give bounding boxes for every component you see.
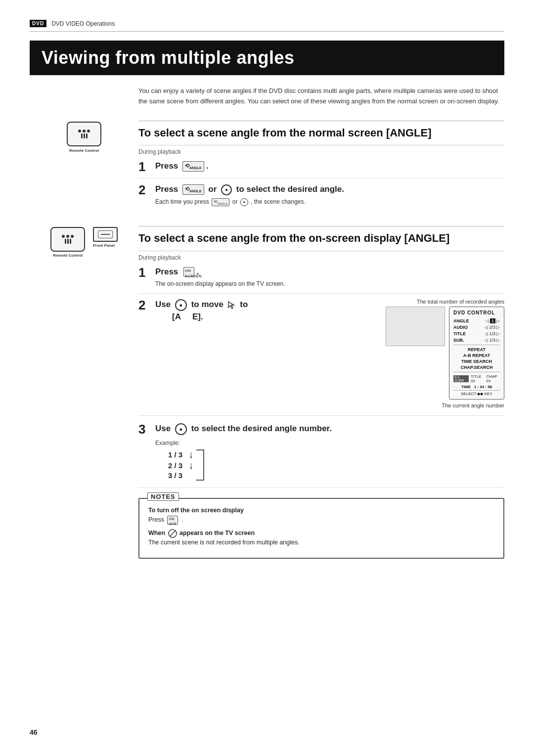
dvd-action-repeat: REPEAT xyxy=(453,347,500,352)
note-item-2: When appears on the TV screen The curren… xyxy=(148,529,494,547)
main-title: Viewing from multiple angles xyxy=(42,47,492,68)
angle-value-3: 3 / 3 xyxy=(168,471,182,480)
angle-right-arrow: ▷ xyxy=(496,318,500,323)
title-right-arrow: ▷ xyxy=(496,331,500,336)
dvd-badge: DVD xyxy=(30,20,46,27)
top-bar: DVD DVD VIDEO Operations xyxy=(30,20,504,32)
section-1-content: To select a scene angle from the normal … xyxy=(138,121,504,216)
angle-value-1: 1 / 3 xyxy=(168,450,182,459)
dvd-arrows-audio: ◁ 2/3 ▷ xyxy=(485,325,500,330)
section-2-step-2-left: 2 Use ● to move to [A xyxy=(138,299,376,325)
step-1-text: Press xyxy=(155,161,178,171)
audio-right-arrow: ▷ xyxy=(496,325,500,330)
angle-left-arrow: ◁ xyxy=(486,318,489,323)
note-1-press: Press xyxy=(148,516,166,523)
step-2-press: Press xyxy=(155,184,178,194)
icons-row: Remote Control Front Panel xyxy=(50,227,118,258)
front-panel-label: Front Panel xyxy=(93,243,115,248)
section-2-icons: Remote Control Front Panel xyxy=(30,226,138,559)
audio-value: 2/3 xyxy=(489,325,495,330)
section-2-step-2-to-move: to move xyxy=(191,300,223,309)
dvd-action-chap-search: CHAP.SEARCH xyxy=(453,365,500,370)
dvd-bottom-time: TIME 1 : 34 : 58 xyxy=(453,385,500,389)
step-2-or: or xyxy=(208,184,217,194)
remote-dot-6 xyxy=(71,235,74,238)
diagram-caption-top: The total number of recorded angles xyxy=(386,299,504,305)
remote-line-5 xyxy=(67,239,69,244)
step-1-content: Press ⟲ANGLE . xyxy=(155,160,504,172)
section-2-content: To select a scene angle from the on-scre… xyxy=(138,226,504,559)
title-left-arrow: ◁ xyxy=(485,331,488,336)
dvd-control-panel: DVD CONTROL ANGLE ◁ 1 ▷ xyxy=(449,307,504,400)
section-2-step-3-content: Use ● to select the desired angle number… xyxy=(155,423,504,435)
front-panel-line xyxy=(101,234,110,235)
angle-bracket xyxy=(196,449,204,481)
sub-value: 1/3 xyxy=(489,338,495,343)
section-2-step-3-number: 3 xyxy=(138,423,155,436)
note-item-1: To turn off the on screen display Press … xyxy=(148,506,494,525)
remote-dot-2 xyxy=(83,130,86,133)
remote-line-2 xyxy=(84,133,85,138)
sub-left-arrow: ◁ xyxy=(485,338,488,343)
title-value: 1/3 xyxy=(489,331,495,336)
dvd-status-title: TITLE 03 xyxy=(471,374,484,383)
step-2-to-select: to select the desired angle. xyxy=(236,184,344,194)
dvd-control-row-audio: AUDIO ◁ 2/3 ▷ xyxy=(453,325,500,330)
remote-dot-1 xyxy=(78,130,81,133)
dvd-arrows-sub: ◁ 1/3 ▷ xyxy=(485,338,500,343)
remote-control-icon-block-2: Remote Control xyxy=(50,227,85,258)
dvd-label-angle: ANGLE xyxy=(453,318,473,323)
sub-right-arrow: ▷ xyxy=(496,338,500,343)
angle-value: 1 xyxy=(490,318,495,323)
angle-button-1: ⟲ANGLE xyxy=(182,161,204,172)
section-2-step-3: 3 Use ● to select the desired angle numb… xyxy=(138,423,504,488)
angle-diagram-box xyxy=(386,307,445,346)
section-2-during-playback: During playback xyxy=(138,251,504,261)
example-label: Example: xyxy=(155,440,504,446)
front-panel-icon xyxy=(93,227,118,242)
top-bar-label: DVD VIDEO Operations xyxy=(51,20,115,27)
remote-control-icon xyxy=(67,122,101,146)
dvd-status-chap: CHAP 03 xyxy=(486,374,500,383)
section-2-step-2-number: 2 xyxy=(138,299,155,311)
diagram-caption-bottom: The current angle number xyxy=(386,402,504,408)
dvd-status-surr: S.1 SURR xyxy=(453,375,469,382)
section-1-step-2: 2 Press ⟲ANGLE or ● to select the desire… xyxy=(138,183,504,211)
section-2-step-1: 1 Press ONSCREEN . The on-screen display… xyxy=(138,266,504,294)
section-2-step-2-right: The total number of recorded angles DVD … xyxy=(386,299,504,410)
notes-title: NOTES xyxy=(147,492,179,501)
front-panel-rect xyxy=(98,230,113,238)
remote-dot-5 xyxy=(66,235,69,238)
dvd-control-title: DVD CONTROL xyxy=(453,310,500,315)
note-1-period: . xyxy=(181,516,183,523)
angle-arrow-2: ↓ xyxy=(188,460,193,470)
note-2-bold2: appears on the TV screen xyxy=(179,530,255,536)
svg-marker-0 xyxy=(228,302,234,309)
dvd-label-title: TITLE xyxy=(453,331,473,336)
section-2-step-3-to-select: to select the desired angle number. xyxy=(191,424,332,433)
remote-dot-3 xyxy=(87,130,90,133)
jog-dial-button: ● xyxy=(221,184,232,195)
section-2-step-1-number: 1 xyxy=(138,266,155,279)
section-2-step-3-use: Use xyxy=(155,424,171,433)
audio-left-arrow: ◁ xyxy=(485,325,488,330)
dvd-divider-2 xyxy=(453,372,500,372)
angle-value-2: 2 / 3 xyxy=(168,461,182,470)
intro-text: You can enjoy a variety of scene angles … xyxy=(138,86,504,107)
step-2-content: Press ⟲ANGLE or ● to select the desired … xyxy=(155,183,504,206)
dvd-action-ab-repeat: A-B REPEAT xyxy=(453,353,500,358)
dvd-status-bar: S.1 SURR TITLE 03 CHAP 03 xyxy=(453,374,500,383)
remote-line-3 xyxy=(86,133,88,138)
section-2-step-2-use: Use xyxy=(155,300,171,309)
jog-dial-button-sub: ● xyxy=(240,198,248,206)
move-cursor-icon xyxy=(227,301,236,310)
remote-dot-4 xyxy=(62,235,65,238)
section-2-heading: To select a scene angle from the on-scre… xyxy=(138,231,504,246)
remote-line-1 xyxy=(81,133,83,138)
section-1: Remote Control To select a scene angle f… xyxy=(30,121,504,216)
dvd-arrows-title: ◁ 1/3 ▷ xyxy=(485,331,500,336)
dvd-select-row: SELECT ◆◆ KEY xyxy=(453,390,500,396)
angle-item-2: 2 / 3 ↓ xyxy=(168,460,193,470)
notes-box: NOTES To turn off the on screen display … xyxy=(138,498,504,559)
dvd-control-row-angle: ANGLE ◁ 1 ▷ xyxy=(453,318,500,323)
